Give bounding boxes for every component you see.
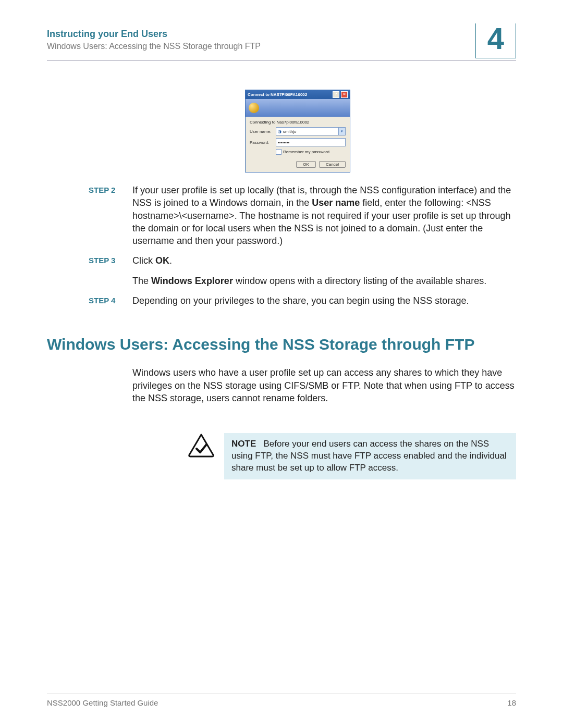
remember-label: Remember my password (283, 150, 329, 154)
note-text: Before your end users can access the sha… (231, 439, 507, 473)
username-label: User name: (250, 129, 276, 134)
dialog-title: Connect to NAS7PI00FA10002 (248, 92, 307, 97)
step-3-para2-a: The (132, 276, 151, 286)
footer-page: 18 (507, 698, 516, 707)
dialog-connecting-text: Connecting to Nas7pi00fa10002 (250, 120, 346, 125)
password-value: •••••••• (278, 140, 289, 145)
chevron-down-icon[interactable]: ▾ (338, 128, 345, 135)
step-3-para2-bold: Windows Explorer (151, 276, 233, 286)
password-field[interactable]: •••••••• (276, 138, 346, 146)
header-subtitle: Windows Users: Accessing the NSS Storage… (47, 42, 516, 51)
username-field[interactable]: ◑ smithjo ▾ (276, 127, 346, 135)
step-3-text-b: . (169, 255, 172, 266)
credential-dialog: Connect to NAS7PI00FA10002 ? × Connectin… (245, 90, 350, 172)
close-icon[interactable]: × (341, 91, 348, 98)
step-3-text-a: Click (132, 255, 155, 266)
step-3-para2-b: window opens with a directory listing of… (233, 276, 486, 286)
username-value: smithjo (283, 129, 337, 134)
ok-button[interactable]: OK (296, 161, 316, 168)
note-check-icon (188, 433, 215, 460)
keys-icon (249, 103, 259, 113)
section-intro: Windows users who have a user profile se… (132, 366, 516, 404)
step-4-text: Depending on your privileges to the shar… (132, 294, 516, 307)
password-label: Password: (250, 140, 276, 145)
step-3-bold: OK (155, 255, 169, 266)
dialog-titlebar-buttons: ? × (332, 91, 348, 98)
step-4-label: STEP 4 (89, 294, 125, 307)
step-4: STEP 4 Depending on your privileges to t… (47, 294, 516, 307)
remember-checkbox[interactable] (276, 149, 282, 155)
step-3: STEP 3 Click OK. The Windows Explorer wi… (47, 254, 516, 287)
step-2: STEP 2 If your user profile is set up lo… (47, 184, 516, 247)
note-callout: NOTE Before your end users can access th… (224, 433, 516, 479)
section-heading: Windows Users: Accessing the NSS Storage… (47, 336, 516, 353)
user-icon: ◑ (278, 129, 282, 134)
help-icon[interactable]: ? (333, 91, 339, 98)
header-divider (47, 60, 516, 61)
footer-guide: NSS2000 Getting Started Guide (47, 698, 158, 707)
step-2-bold: User name (312, 198, 360, 208)
header-title: Instructing your End Users (47, 29, 516, 40)
cancel-button[interactable]: Cancel (319, 161, 346, 168)
note-label: NOTE (231, 439, 256, 449)
step-2-label: STEP 2 (89, 184, 125, 247)
step-3-label: STEP 3 (89, 254, 125, 287)
chapter-number: 4 (475, 23, 516, 58)
